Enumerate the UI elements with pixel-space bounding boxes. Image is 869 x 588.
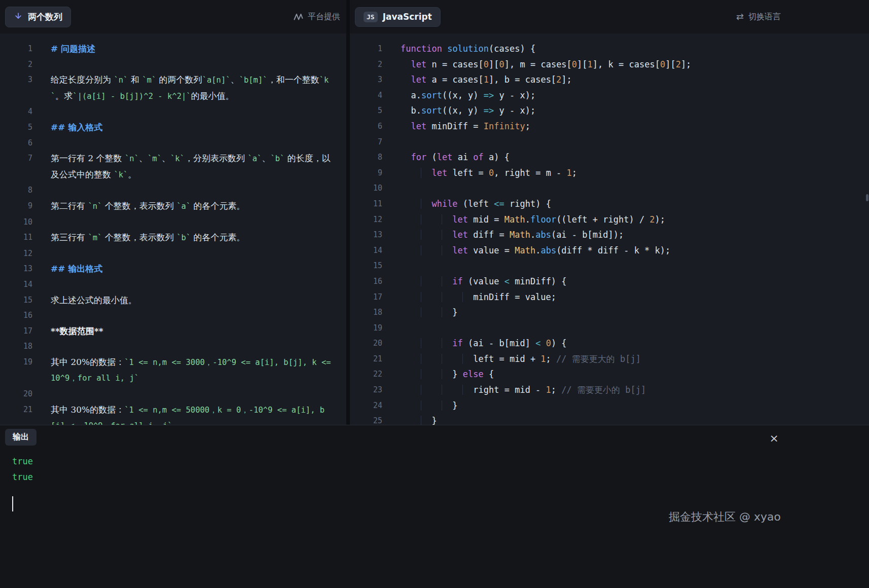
line-content <box>32 182 346 198</box>
scrollbar-thumb[interactable] <box>866 194 868 201</box>
line-content: right = mid - 1; // 需要更小的 b[j] <box>382 382 869 398</box>
line-number: 5 <box>0 120 32 135</box>
output-tab[interactable]: 输出 <box>5 429 37 446</box>
line-content <box>382 258 869 274</box>
line-content: } <box>382 413 869 425</box>
js-icon: JS <box>364 12 378 22</box>
problem-header: 两个数列 平台提供 <box>0 0 346 33</box>
markdown-line: 3给定长度分别为 `n` 和 `m` 的两个数列`a[n]`、`b[m]`，和一… <box>0 72 346 104</box>
line-number: 16 <box>0 308 32 323</box>
line-content: let minDiff = Infinity; <box>382 119 869 134</box>
line-content: let left = 0, right = m - 1; <box>382 165 869 181</box>
line-number: 10 <box>350 180 382 196</box>
code-line: 14 let value = Math.abs(diff * diff - k … <box>350 243 869 259</box>
code-line: 25 } <box>350 413 869 425</box>
line-content <box>32 277 346 292</box>
line-number: 3 <box>0 72 32 88</box>
line-number: 15 <box>0 292 32 308</box>
line-content: function solution(cases) { <box>382 41 869 57</box>
line-number: 23 <box>350 382 382 398</box>
line-number: 17 <box>0 323 32 339</box>
code-line: 3 let a = cases[1], b = cases[2]; <box>350 72 869 88</box>
code-line: 6 let minDiff = Infinity; <box>350 119 869 134</box>
close-icon[interactable]: × <box>770 433 779 444</box>
line-number: 10 <box>0 214 32 230</box>
line-content: } <box>382 305 869 320</box>
download-arrow-icon <box>14 12 23 21</box>
code-line: 15 <box>350 258 869 274</box>
code-line: 9 let left = 0, right = m - 1; <box>350 165 869 181</box>
line-content <box>32 339 346 354</box>
switch-language-label: 切换语言 <box>748 12 781 22</box>
line-number: 16 <box>350 274 382 289</box>
problem-content[interactable]: 1# 问题描述23给定长度分别为 `n` 和 `m` 的两个数列`a[n]`、`… <box>0 33 346 425</box>
line-content: left = mid + 1; // 需要更大的 b[j] <box>382 351 869 367</box>
line-number: 9 <box>0 198 32 214</box>
line-number: 7 <box>350 134 382 150</box>
swap-arrows-icon: ⇄ <box>736 12 744 21</box>
language-chip[interactable]: JS JavaScript <box>355 7 441 27</box>
line-content: if (value < minDiff) { <box>382 274 869 289</box>
line-number: 22 <box>350 366 382 382</box>
line-content: } <box>382 398 869 414</box>
markdown-line: 4 <box>0 104 346 120</box>
line-content <box>382 134 869 150</box>
line-content: while (left <= right) { <box>382 196 869 212</box>
code-line: 12 let mid = Math.floor((left + right) /… <box>350 212 869 228</box>
code-panel: JS JavaScript ⇄ 切换语言 1function solution(… <box>350 0 869 425</box>
line-content <box>32 246 346 262</box>
code-line: 24 } <box>350 398 869 414</box>
line-content <box>32 214 346 230</box>
output-content[interactable]: truetrue <box>0 449 869 511</box>
line-content <box>32 104 346 120</box>
output-header: 输出 × <box>0 425 869 449</box>
output-panel: 输出 × truetrue 掘金技术社区 @ xyao <box>0 425 869 588</box>
line-number: 4 <box>0 104 32 120</box>
markdown-line: 21其中 30%的数据：`1 <= n,m <= 50000，k = 0，-10… <box>0 402 346 425</box>
code-line: 23 right = mid - 1; // 需要更小的 b[j] <box>350 382 869 398</box>
markdown-line: 12 <box>0 246 346 262</box>
markdown-line: 5## 输入格式 <box>0 120 346 135</box>
line-content: 第一行有 2 个整数 `n`、`m`、`k`，分别表示数列 `a`、`b` 的长… <box>32 151 346 182</box>
line-number: 6 <box>350 119 382 134</box>
line-number: 19 <box>0 354 32 370</box>
output-line: true <box>12 454 857 469</box>
code-line: 2 let n = cases[0][0], m = cases[0][1], … <box>350 57 869 72</box>
code-line: 5 b.sort((x, y) => y - x); <box>350 103 869 119</box>
output-line: true <box>12 469 857 485</box>
app-root: 两个数列 平台提供 1# 问题描述23给定长度分别为 `n` 和 `m` 的两个… <box>0 0 869 588</box>
code-content[interactable]: 1function solution(cases) {2 let n = cas… <box>350 33 869 425</box>
code-line: 10 <box>350 180 869 196</box>
line-number: 11 <box>0 230 32 245</box>
markdown-line: 16 <box>0 308 346 323</box>
line-number: 17 <box>350 289 382 305</box>
line-content: # 问题描述 <box>32 41 346 57</box>
language-label: JavaScript <box>383 12 432 22</box>
code-line: 16 if (value < minDiff) { <box>350 274 869 289</box>
line-content: for (let ai of a) { <box>382 150 869 165</box>
line-content <box>32 308 346 323</box>
text-cursor <box>12 496 13 511</box>
platform-provider-label: 平台提供 <box>308 12 340 22</box>
code-line: 7 <box>350 134 869 150</box>
markdown-line: 10 <box>0 214 346 230</box>
line-content: minDiff = value; <box>382 289 869 305</box>
line-number: 6 <box>0 135 32 151</box>
line-number: 12 <box>0 246 32 262</box>
markdown-line: 18 <box>0 339 346 354</box>
code-header: JS JavaScript ⇄ 切换语言 <box>350 0 869 33</box>
problem-title-chip[interactable]: 两个数列 <box>5 7 71 27</box>
panel-divider[interactable] <box>346 0 350 425</box>
line-content: 其中 30%的数据：`1 <= n,m <= 50000，k = 0，-10^9… <box>32 402 346 425</box>
markdown-line: 1# 问题描述 <box>0 41 346 57</box>
line-content: ## 输出格式 <box>32 261 346 277</box>
switch-language-button[interactable]: ⇄ 切换语言 <box>736 12 781 22</box>
line-number: 21 <box>0 402 32 418</box>
markdown-line: 8 <box>0 182 346 198</box>
line-content: let mid = Math.floor((left + right) / 2)… <box>382 212 869 228</box>
code-line: 18 } <box>350 305 869 320</box>
line-content <box>382 320 869 336</box>
line-content: a.sort((x, y) => y - x); <box>382 88 869 103</box>
line-number: 12 <box>350 212 382 228</box>
output-lines: truetrue <box>12 454 857 485</box>
